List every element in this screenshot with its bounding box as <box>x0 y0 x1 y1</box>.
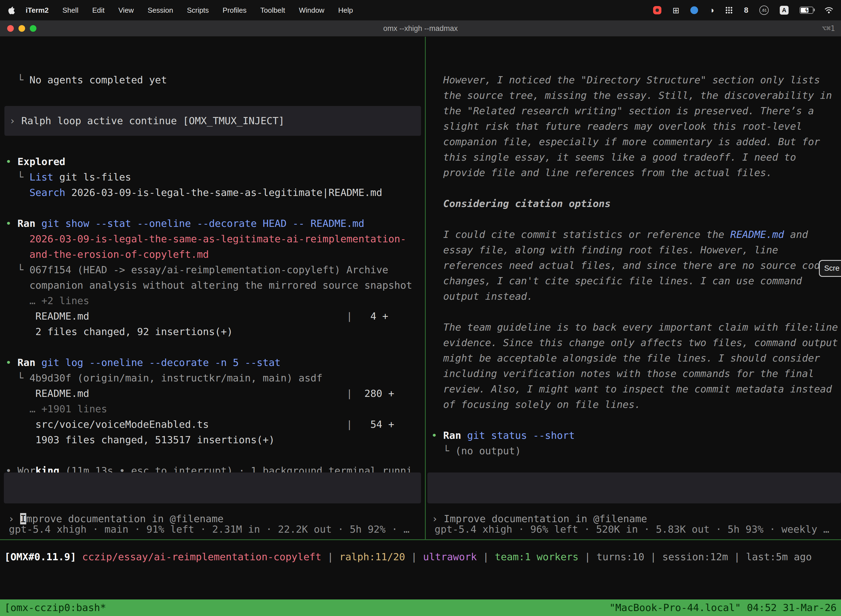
wifi-icon[interactable] <box>825 7 833 14</box>
blank-line <box>431 211 841 227</box>
text-segment: Ran <box>18 218 35 229</box>
text-segment: and-the-erosion-of-copyleft.md <box>6 249 209 260</box>
terminal-line: evidence. Since this change only affects… <box>431 335 841 351</box>
text-segment: companion file, especially if more comme… <box>431 136 820 147</box>
text-segment: └ <box>6 74 29 85</box>
blank-line <box>6 339 425 355</box>
terminal-line: of focusing solely on file lines. <box>431 397 841 412</box>
menu-scripts[interactable]: Scripts <box>180 6 215 14</box>
menu-window[interactable]: Window <box>292 6 331 14</box>
terminal-line: 2 files changed, 92 insertions(+) <box>6 324 425 339</box>
input-source-icon[interactable]: A <box>780 6 788 15</box>
menu-toolbelt[interactable]: Toolbelt <box>253 6 292 14</box>
text-segment: ultrawork <box>423 551 477 562</box>
prompt-input[interactable]: › Improve documentation in @filename <box>428 472 841 503</box>
menu-edit[interactable]: Edit <box>85 6 111 14</box>
terminal-line: review. Also, I might want to inspect th… <box>431 381 841 397</box>
battery-percent-badge[interactable]: .61 <box>759 6 769 15</box>
text-segment: List <box>29 172 54 183</box>
text-segment: might be acceptable alongside the file l… <box>431 352 820 364</box>
text-segment: 2026-03-09-is-legal-the-same-as-legitima… <box>6 233 406 245</box>
text-segment: | <box>477 551 495 562</box>
left-terminal-pane: └ No agents completed yet› Ralph loop ac… <box>0 37 425 539</box>
zoom-button[interactable] <box>30 25 37 32</box>
right-pane-scrollback: However, I noticed the "Directory Struct… <box>431 72 841 490</box>
terminal-line: • Explored <box>6 154 425 169</box>
figure-eight-icon[interactable]: 8 <box>744 6 748 15</box>
terminal-line: › Ralph loop active continue [OMX_TMUX_I… <box>9 113 416 129</box>
text-segment: | <box>321 551 339 562</box>
text-segment: evidence. Since this change only affects… <box>431 337 838 348</box>
browser-icon[interactable] <box>690 6 698 14</box>
blank-line <box>431 180 841 196</box>
text-segment: Search <box>6 187 65 198</box>
text-segment: └ (no output) <box>431 445 521 456</box>
session-status-line: gpt-5.4 xhigh · main · 91% left · 2.31M … <box>9 522 409 537</box>
blank-line <box>6 139 425 154</box>
terminal-line: Considering citation options <box>431 196 841 211</box>
text-segment: README.md <box>6 388 346 399</box>
terminal-line: companion file, especially if more comme… <box>431 134 841 150</box>
terminal-line: Search 2026-03-09-is-legal-the-same-as-l… <box>6 185 425 200</box>
text-segment: review. Also, I might want to inspect th… <box>431 383 832 395</box>
text-segment: src/voice/voiceModeEnabled.ts <box>6 419 346 430</box>
tmux-session-window: [omx-cczip0:bash* <box>4 600 106 616</box>
disc-icon[interactable]: ◑ <box>709 6 714 14</box>
text-segment: slight risk that future readers may over… <box>431 120 802 132</box>
terminal-line: 2026-03-09-is-legal-the-same-as-legitima… <box>6 231 425 247</box>
menu-bar-status-icons: ⊞ ◑ 8 .61 A ϟ <box>653 6 833 15</box>
macos-menu-bar: iTerm2 ShellEditViewSessionScriptsProfil… <box>0 0 841 21</box>
screen-recording-icon[interactable] <box>653 6 661 14</box>
blank-line <box>431 459 841 474</box>
terminal-line: src/voice/voiceModeEnabled.ts | 54 + <box>6 417 425 432</box>
battery-icon[interactable]: ϟ <box>800 7 813 14</box>
status-divider-line <box>0 539 841 540</box>
menu-help[interactable]: Help <box>331 6 360 14</box>
close-button[interactable] <box>7 25 14 32</box>
text-segment: … +1901 lines <box>6 403 107 415</box>
text-segment: 280 + <box>352 388 394 399</box>
text-segment: 54 + <box>352 419 394 430</box>
text-segment: • <box>6 218 18 229</box>
text-segment: No agents completed yet <box>29 74 167 85</box>
session-status-line: gpt-5.4 xhigh · 96% left · 520K in · 5.8… <box>435 522 829 537</box>
terminal-line: the source tree, missing the essay. Stil… <box>431 88 841 103</box>
text-segment: 2 files changed, 92 insertions(+) <box>6 326 233 337</box>
text-segment: └ <box>6 172 29 183</box>
text-segment: cczip/essay/ai-reimplementation-copyleft <box>76 551 321 562</box>
menu-shell[interactable]: Shell <box>56 6 85 14</box>
app-grid-icon[interactable] <box>725 6 733 14</box>
terminal-line: • Ran git status --short <box>431 428 841 443</box>
menu-session[interactable]: Session <box>141 6 180 14</box>
text-segment: the "Related research writing" section i… <box>431 105 814 116</box>
terminal-line: The team guideline is to back every impo… <box>431 320 841 335</box>
menu-iterm2[interactable]: iTerm2 <box>19 6 56 15</box>
text-segment: | <box>579 551 596 562</box>
terminal-line: └ 4b9d30f (origin/main, instructkr/main,… <box>6 370 425 386</box>
text-segment: output instead. <box>431 290 533 302</box>
prompt-input[interactable]: › Improve documentation in @filename <box>4 472 421 503</box>
terminal-line: I could cite commit statistics or refere… <box>431 227 841 242</box>
text-segment: I could cite commit statistics or refere… <box>431 229 730 240</box>
text-segment: | <box>346 419 352 430</box>
text-segment: However, I noticed the "Directory Struct… <box>431 74 820 85</box>
text-segment: └ 4b9d30f (origin/main, instructkr/main,… <box>6 372 322 384</box>
blank-line <box>431 412 841 428</box>
screen-share-tooltip[interactable]: Scre <box>819 260 841 277</box>
menu-profiles[interactable]: Profiles <box>216 6 253 14</box>
terminal-line: companion analysis without altering the … <box>6 278 425 293</box>
text-segment: git log --oneline --decorate -n 5 --stat <box>35 357 281 368</box>
window-shortcut-badge: ⌥⌘1 <box>822 24 835 32</box>
text-segment: including verification notes with those … <box>431 368 814 379</box>
terminal-line: └ No agents completed yet <box>6 72 425 88</box>
minimize-button[interactable] <box>19 25 25 32</box>
text-segment: | <box>728 551 746 562</box>
grid-icon[interactable]: ⊞ <box>673 6 679 15</box>
apple-menu-icon[interactable] <box>8 6 15 14</box>
window-title-bar: omx --xhigh --madmax ⌥⌘1 <box>0 21 841 37</box>
terminal-line: might be acceptable alongside the file l… <box>431 351 841 366</box>
text-segment: 4 + <box>352 311 388 322</box>
text-segment: team:1 workers <box>495 551 578 562</box>
text-segment: 1903 files changed, 513517 insertions(+) <box>6 434 274 446</box>
menu-view[interactable]: View <box>111 6 141 14</box>
